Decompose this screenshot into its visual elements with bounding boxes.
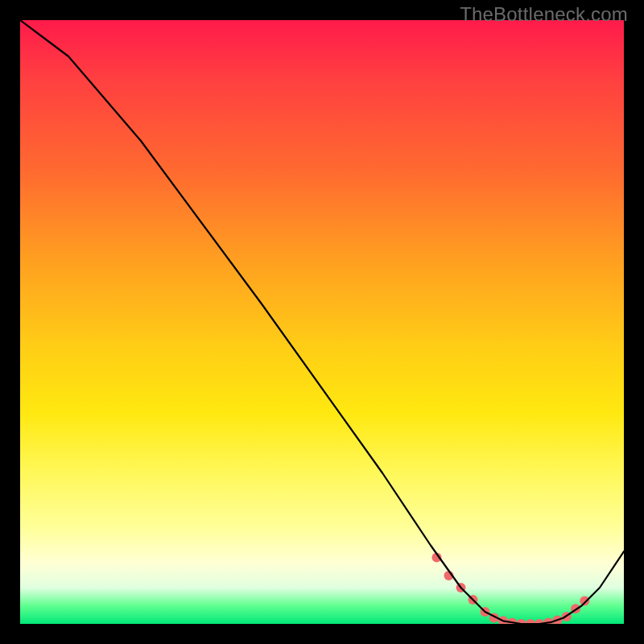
- highlight-dot: [526, 619, 535, 624]
- marker-layer: [432, 553, 590, 625]
- highlight-dot: [571, 604, 580, 613]
- highlight-dot: [432, 553, 442, 563]
- highlight-dot: [456, 583, 466, 592]
- highlight-dot: [580, 597, 589, 606]
- plot-area: [20, 20, 624, 624]
- highlight-dot: [535, 619, 544, 624]
- highlight-dot: [498, 616, 508, 624]
- highlight-dot: [562, 612, 572, 621]
- bottleneck-curve: [20, 20, 624, 624]
- highlight-dot: [507, 618, 517, 625]
- highlight-dot: [543, 618, 553, 625]
- highlight-dot: [444, 571, 454, 580]
- highlight-dot: [553, 616, 563, 625]
- highlight-dot: [517, 619, 526, 624]
- watermark-text: TheBottleneck.com: [460, 3, 628, 26]
- highlight-dot: [481, 607, 490, 617]
- highlight-dot: [469, 595, 478, 605]
- bottleneck-line-chart: [20, 20, 624, 624]
- chart-container: { "watermark": "TheBottleneck.com", "cha…: [0, 0, 644, 644]
- highlight-dot: [489, 613, 499, 623]
